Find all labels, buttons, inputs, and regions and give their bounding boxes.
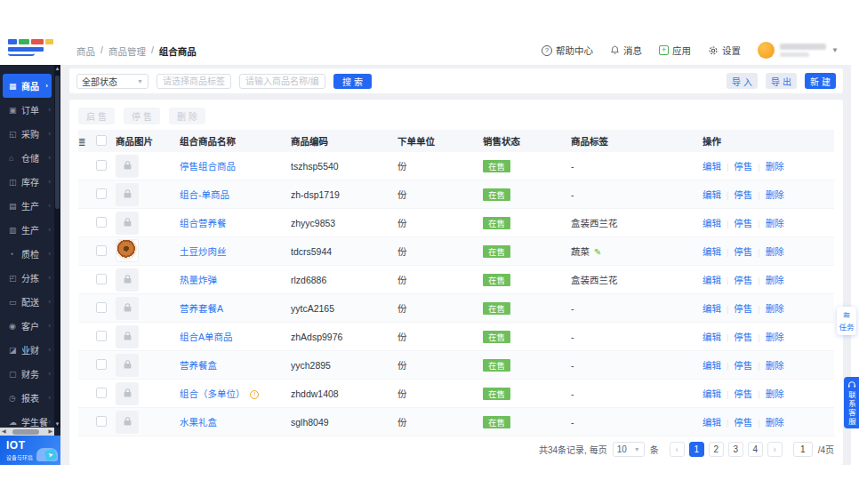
scroll-right-icon[interactable]: ▶: [48, 428, 52, 436]
page-button[interactable]: 2: [709, 442, 724, 457]
sidebar-item-inventory[interactable]: ◫ 库存 ›: [0, 170, 54, 194]
sidebar-item-finance[interactable]: ▢ 财务 ›: [0, 362, 54, 386]
page-button[interactable]: 3: [728, 442, 743, 457]
product-name-link[interactable]: 组合-单商品: [180, 189, 229, 200]
next-page-button[interactable]: ›: [767, 442, 783, 457]
delete-bulk-button[interactable]: 删 除: [169, 108, 205, 124]
delete-link[interactable]: 删除: [766, 388, 784, 399]
page-button[interactable]: 4: [748, 442, 763, 457]
stop-sale-link[interactable]: 停售: [734, 189, 752, 200]
edit-link[interactable]: 编辑: [702, 417, 721, 428]
help-center-button[interactable]: ? 帮助中心: [542, 44, 593, 57]
tag-filter-input[interactable]: [157, 74, 231, 89]
row-checkbox[interactable]: [96, 217, 107, 228]
stop-sale-link[interactable]: 停售: [734, 275, 752, 285]
delete-link[interactable]: 删除: [766, 218, 784, 228]
settings-button[interactable]: 设置: [708, 44, 741, 57]
sidebar-item-orders[interactable]: ▣ 订单 ›: [0, 98, 54, 122]
select-all-checkbox[interactable]: [96, 135, 107, 146]
messages-button[interactable]: 消息: [610, 44, 642, 57]
account-menu[interactable]: ▼: [758, 42, 839, 59]
start-sale-bulk-button[interactable]: 启 售: [78, 108, 115, 124]
sidebar-item-business-finance[interactable]: ◪ 业财 ›: [0, 338, 54, 362]
stop-sale-bulk-button[interactable]: 停 售: [124, 108, 160, 124]
breadcrumb-item[interactable]: 商品: [76, 44, 95, 58]
row-checkbox[interactable]: [96, 160, 107, 171]
import-button[interactable]: 导 入: [727, 73, 758, 89]
stop-sale-link[interactable]: 停售: [734, 161, 752, 172]
edit-link[interactable]: 编辑: [702, 189, 721, 200]
sidebar-item-delivery[interactable]: ▭ 配送 ›: [0, 290, 54, 314]
sidebar-item-quality[interactable]: ◔ 质检 ›: [0, 242, 54, 266]
product-name-link[interactable]: 土豆炒肉丝: [180, 246, 227, 257]
sidebar-item-reports[interactable]: ◷ 报表 ›: [0, 386, 54, 410]
keyword-search-input[interactable]: [239, 74, 325, 89]
tasks-widget[interactable]: ≋ 任务: [837, 307, 856, 335]
status-select[interactable]: 全部状态 ▼: [76, 74, 149, 89]
sidebar-horizontal-scrollbar[interactable]: ◀ ▶: [0, 428, 54, 436]
product-name-link[interactable]: 停售组合商品: [180, 161, 236, 172]
row-checkbox[interactable]: [96, 245, 107, 256]
sidebar-item-production[interactable]: ▤ 生产 ›: [0, 194, 54, 218]
row-checkbox[interactable]: [96, 388, 107, 398]
product-name-link[interactable]: 水果礼盒: [180, 417, 217, 428]
breadcrumb-item[interactable]: 商品管理: [108, 44, 146, 58]
stop-sale-link[interactable]: 停售: [734, 246, 752, 257]
stop-sale-link[interactable]: 停售: [734, 417, 752, 428]
edit-link[interactable]: 编辑: [702, 275, 721, 285]
delete-link[interactable]: 删除: [766, 417, 784, 428]
product-name-link[interactable]: 组合（多单位）: [180, 388, 245, 399]
row-checkbox[interactable]: [96, 331, 107, 341]
stop-sale-link[interactable]: 停售: [734, 360, 752, 371]
sidebar-scrollbar[interactable]: ▲ ▼: [54, 65, 60, 428]
delete-link[interactable]: 删除: [766, 332, 784, 342]
edit-link[interactable]: 编辑: [702, 360, 721, 371]
sidebar-item-goods[interactable]: ▦ 商品 ›: [3, 74, 52, 98]
iot-banner[interactable]: IOT 设备与环境 ➤: [0, 436, 60, 465]
page-jump-input[interactable]: [793, 442, 813, 457]
search-button[interactable]: 搜 索: [333, 74, 372, 89]
stop-sale-link[interactable]: 停售: [734, 388, 752, 399]
export-button[interactable]: 导 出: [766, 73, 797, 89]
product-name-link[interactable]: 营养套餐A: [180, 303, 223, 314]
per-page-select[interactable]: 10 ▼: [613, 442, 645, 457]
page-button-current[interactable]: 1: [689, 442, 704, 457]
apps-button[interactable]: + 应用: [659, 44, 691, 57]
row-checkbox[interactable]: [96, 188, 107, 199]
row-checkbox[interactable]: [96, 274, 107, 284]
delete-link[interactable]: 删除: [766, 275, 784, 285]
delete-link[interactable]: 删除: [766, 303, 784, 314]
sidebar-item-purchase[interactable]: ◱ 采购 ›: [0, 122, 54, 146]
column-settings-icon[interactable]: ≣: [78, 137, 85, 147]
stop-sale-link[interactable]: 停售: [734, 218, 752, 228]
stop-sale-link[interactable]: 停售: [734, 332, 752, 342]
scroll-left-icon[interactable]: ◀: [2, 428, 6, 436]
product-name-link[interactable]: 营养餐盒: [180, 360, 217, 371]
scrollbar-thumb[interactable]: [12, 429, 39, 435]
scrollbar-thumb[interactable]: [55, 76, 60, 209]
delete-link[interactable]: 删除: [766, 246, 784, 257]
edit-link[interactable]: 编辑: [702, 246, 721, 257]
prev-page-button[interactable]: ‹: [670, 442, 685, 457]
sidebar-item-warehouse[interactable]: ⌂ 仓储 ›: [0, 146, 54, 170]
stop-sale-link[interactable]: 停售: [734, 303, 752, 314]
edit-link[interactable]: 编辑: [702, 303, 721, 314]
delete-link[interactable]: 删除: [766, 161, 784, 172]
scroll-up-icon[interactable]: ▲: [54, 66, 60, 71]
edit-link[interactable]: 编辑: [702, 161, 721, 172]
row-checkbox[interactable]: [96, 359, 107, 370]
product-name-link[interactable]: 热量炸弹: [180, 275, 217, 285]
create-button[interactable]: 新 建: [805, 73, 836, 89]
row-checkbox[interactable]: [96, 416, 107, 427]
edit-link[interactable]: 编辑: [702, 388, 721, 399]
row-checkbox[interactable]: [96, 302, 107, 313]
sidebar-item-customers[interactable]: ◉ 客户 ›: [0, 314, 54, 338]
edit-link[interactable]: 编辑: [702, 332, 721, 342]
sidebar-item-production-2[interactable]: ▥ 生产 ›: [0, 218, 54, 242]
contact-support-tab[interactable]: 联系客服: [844, 377, 859, 428]
product-name-link[interactable]: 组合营养餐: [180, 218, 227, 228]
delete-link[interactable]: 删除: [766, 360, 784, 371]
product-name-link[interactable]: 组合A单商品: [180, 332, 233, 342]
delete-link[interactable]: 删除: [766, 189, 784, 200]
sidebar-item-sorting[interactable]: ◰ 分拣 ›: [0, 266, 54, 290]
